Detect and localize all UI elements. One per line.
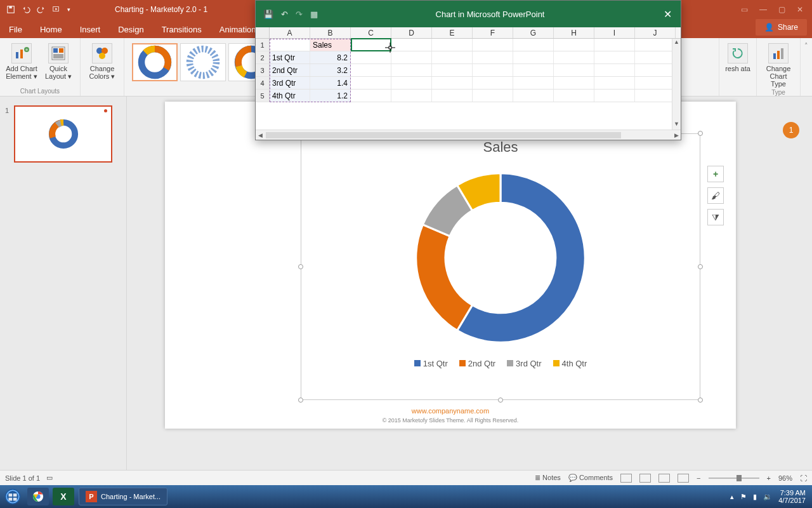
cell-f3[interactable] — [473, 64, 513, 76]
excel-redo-icon[interactable]: ↷ — [296, 10, 303, 19]
slide-thumbnail-pane[interactable]: 1 — [0, 97, 127, 470]
chart-legend[interactable]: 1st Qtr 2nd Qtr 3rd Qtr 4th Qtr — [301, 359, 700, 368]
cell-d5[interactable] — [391, 90, 432, 102]
cell-a4[interactable]: 3rd Qtr — [270, 77, 310, 89]
resize-handle[interactable] — [298, 398, 303, 403]
resize-handle[interactable] — [698, 131, 703, 136]
tab-home[interactable]: Home — [31, 21, 71, 38]
start-button[interactable] — [0, 485, 25, 508]
horizontal-scrollbar[interactable]: ◀▶ — [256, 130, 681, 140]
excel-undo-icon[interactable]: ↶ — [281, 10, 288, 19]
slide-thumbnail-1[interactable] — [14, 105, 112, 163]
col-header-h[interactable]: H — [554, 27, 594, 38]
slide-editor[interactable]: 1 Sales 1st Qtr 2nd Qtr 3rd Qtr 4th Qtr — [127, 97, 812, 470]
cell-d4[interactable] — [391, 77, 432, 89]
cell-c2[interactable] — [351, 51, 391, 64]
legend-item-q3[interactable]: 3rd Qtr — [507, 359, 541, 368]
cell-e3[interactable] — [432, 64, 473, 76]
cell-i4[interactable] — [594, 77, 635, 89]
cell-e1[interactable] — [432, 39, 473, 51]
col-header-f[interactable]: F — [473, 27, 513, 38]
tab-design[interactable]: Design — [109, 21, 152, 38]
chart-styles-button[interactable]: 🖌 — [707, 187, 724, 204]
cell-b4[interactable]: 1.4 — [310, 77, 351, 89]
zoom-slider[interactable] — [709, 478, 759, 479]
chart-style-2[interactable] — [180, 43, 226, 81]
cell-g3[interactable] — [513, 64, 554, 76]
change-colors-button[interactable]: Change Colors ▾ — [86, 41, 119, 80]
tray-chevron-icon[interactable]: ▴ — [730, 493, 734, 501]
cell-a3[interactable]: 2nd Qtr — [270, 64, 310, 76]
donut-chart[interactable] — [301, 159, 700, 356]
select-all-corner[interactable] — [256, 27, 270, 38]
cell-b1[interactable]: Sales — [310, 39, 351, 51]
maximize-icon[interactable]: ▢ — [778, 5, 785, 14]
share-button[interactable]: 👤 Share — [756, 19, 807, 36]
cell-h2[interactable] — [554, 51, 594, 64]
cell-d1[interactable] — [391, 39, 432, 51]
excel-save-icon[interactable]: 💾 — [263, 10, 273, 19]
sorter-view-button[interactable] — [639, 474, 651, 483]
col-header-j[interactable]: J — [635, 27, 676, 38]
cell-e2[interactable] — [432, 51, 473, 64]
taskbar-excel[interactable]: X — [53, 488, 74, 505]
legend-item-q1[interactable]: 1st Qtr — [414, 359, 448, 368]
normal-view-button[interactable] — [620, 474, 632, 483]
cell-b2[interactable]: 8.2 — [310, 51, 351, 64]
col-header-c[interactable]: C — [351, 27, 391, 38]
cell-c5[interactable] — [351, 90, 391, 102]
slideshow-view-button[interactable] — [678, 474, 689, 483]
cell-g4[interactable] — [513, 77, 554, 89]
tray-sound-icon[interactable]: 🔉 — [763, 493, 772, 501]
qat-more-icon[interactable]: ▾ — [67, 6, 70, 13]
zoom-out-button[interactable]: − — [697, 474, 700, 482]
col-header-e[interactable]: E — [432, 27, 473, 38]
chart-filters-button[interactable]: ⧩ — [707, 209, 724, 225]
cell-c4[interactable] — [351, 77, 391, 89]
cell-f4[interactable] — [473, 77, 513, 89]
excel-sheet[interactable]: A B C D E F G H I J 1 Sales — [256, 27, 681, 130]
resize-handle[interactable] — [298, 264, 303, 269]
cell-c3[interactable] — [351, 64, 391, 76]
taskbar-chrome[interactable] — [27, 488, 49, 505]
slide-canvas[interactable]: Sales 1st Qtr 2nd Qtr 3rd Qtr 4th Qtr — [165, 102, 736, 429]
chart-object[interactable]: Sales 1st Qtr 2nd Qtr 3rd Qtr 4th Qtr — [301, 133, 700, 400]
cell-a5[interactable]: 4th Qtr — [270, 90, 310, 102]
excel-data-window[interactable]: 💾 ↶ ↷ ▦ Chart in Microsoft PowerPoint ✕ … — [255, 0, 681, 140]
row-header-1[interactable]: 1 — [256, 39, 270, 51]
resize-handle[interactable] — [698, 264, 703, 269]
tray-network-icon[interactable]: ▮ — [753, 493, 757, 501]
start-from-beginning-icon[interactable] — [52, 5, 61, 14]
excel-close-button[interactable]: ✕ — [655, 8, 681, 20]
minimize-icon[interactable]: — — [759, 5, 767, 14]
col-header-a[interactable]: A — [270, 27, 310, 38]
chart-title[interactable]: Sales — [301, 139, 700, 156]
ribbon-collapse-icon[interactable]: ˄ — [801, 38, 812, 96]
legend-item-q2[interactable]: 2nd Qtr — [459, 359, 495, 368]
vertical-scrollbar[interactable]: ▲▼ — [672, 39, 681, 130]
cell-f5[interactable] — [473, 90, 513, 102]
cell-b3[interactable]: 3.2 — [310, 64, 351, 76]
col-header-i[interactable]: I — [594, 27, 635, 38]
cell-b5[interactable]: 1.2 — [310, 90, 351, 102]
ribbon-options-icon[interactable]: ▭ — [741, 5, 748, 14]
refresh-data-button[interactable]: resh ata — [724, 41, 751, 72]
quick-layout-button[interactable]: Quick Layout ▾ — [42, 41, 75, 80]
col-header-b[interactable]: B — [310, 27, 351, 38]
cell-h5[interactable] — [554, 90, 594, 102]
fit-to-window-button[interactable]: ⛶ — [800, 474, 807, 482]
cell-i1[interactable] — [594, 39, 635, 51]
cell-e5[interactable] — [432, 90, 473, 102]
resize-handle[interactable] — [698, 398, 703, 403]
cell-a1[interactable] — [270, 39, 310, 51]
reading-view-button[interactable] — [658, 474, 670, 483]
cell-i2[interactable] — [594, 51, 635, 64]
cell-a2[interactable]: 1st Qtr — [270, 51, 310, 64]
chart-elements-button[interactable]: + — [707, 166, 724, 182]
tab-transitions[interactable]: Transitions — [153, 21, 211, 38]
tray-flag-icon[interactable]: ⚑ — [740, 493, 747, 501]
add-chart-element-button[interactable]: + Add Chart Element ▾ — [5, 41, 38, 80]
taskbar-clock[interactable]: 7:39 AM 4/7/2017 — [778, 489, 806, 504]
row-header-2[interactable]: 2 — [256, 51, 270, 64]
col-header-g[interactable]: G — [513, 27, 554, 38]
